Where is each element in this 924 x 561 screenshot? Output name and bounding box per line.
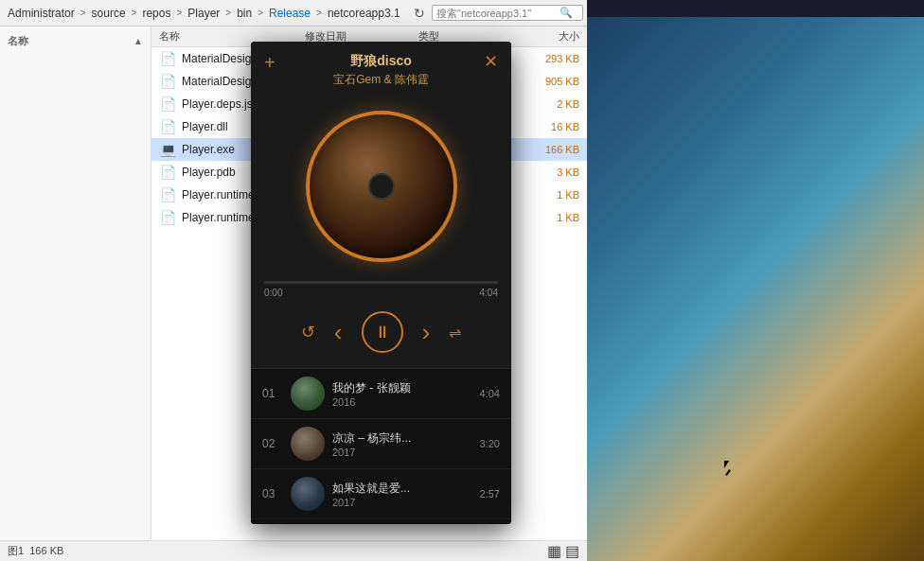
search-box: 🔍 <box>432 5 583 21</box>
sidebar-header: 名称 ▲ <box>0 30 151 50</box>
view-icon-list[interactable]: ▤ <box>565 542 579 560</box>
play-pause-button[interactable]: ⏸ <box>362 311 403 353</box>
file-type-icon: 📄 <box>159 164 176 181</box>
playlist-info: 如果这就是爱... 2017 <box>332 481 474 508</box>
status-bar: 图1 166 KB ▦ ▤ <box>0 540 587 561</box>
file-size: 166 KB <box>513 144 579 155</box>
file-size: 3 KB <box>513 167 579 178</box>
file-size: 1 KB <box>519 189 579 201</box>
file-type-icon: 📄 <box>159 96 176 113</box>
search-input[interactable] <box>436 8 560 19</box>
playlist-num: 01 <box>262 387 283 400</box>
playlist-num: 03 <box>262 487 283 500</box>
playlist-container: 01 我的梦 - 张靓颖 2016 4:04 02 凉凉 – 杨宗纬... 20… <box>251 369 511 519</box>
sep-6: > <box>316 8 322 18</box>
music-player: + 野狼disco 宝石Gem & 陈伟霆 ✕ 0:00 4:04 ↺ ‹ ⏸ … <box>251 42 511 524</box>
file-type-icon: 📄 <box>159 186 176 203</box>
header-size[interactable]: 大小 <box>513 29 579 44</box>
album-art-container <box>251 96 511 281</box>
file-type-icon: 📄 <box>159 118 176 135</box>
sep-1: > <box>80 8 86 18</box>
playlist-year: 2017 <box>332 447 474 458</box>
file-size: 16 KB <box>513 121 579 132</box>
progress-bar-background[interactable] <box>264 281 498 284</box>
playlist-thumb <box>291 427 325 461</box>
player-add-button[interactable]: + <box>264 53 275 72</box>
file-size: 2 KB <box>513 98 579 110</box>
playlist-year: 2016 <box>332 396 474 408</box>
playlist-duration: 4:04 <box>480 388 500 399</box>
player-close-button[interactable]: ✕ <box>484 53 498 70</box>
search-icon[interactable]: 🔍 <box>560 7 573 19</box>
file-size: 293 KB <box>513 53 579 64</box>
status-bar-right: ▦ ▤ <box>547 542 579 560</box>
playlist-song: 如果这就是爱... <box>332 481 474 497</box>
sep-5: > <box>258 8 263 18</box>
breadcrumb-admin[interactable]: Administrator <box>4 5 79 22</box>
playlist: 01 我的梦 - 张靓颖 2016 4:04 02 凉凉 – 杨宗纬... 20… <box>251 368 511 524</box>
sidebar: 名称 ▲ <box>0 26 151 540</box>
playlist-thumb <box>291 377 325 411</box>
breadcrumb-source[interactable]: source <box>88 5 130 22</box>
file-size: 1 KB <box>514 212 579 223</box>
breadcrumb-repos[interactable]: repos <box>138 5 174 22</box>
playlist-song: 凉凉 – 杨宗纬... <box>332 430 474 447</box>
playlist-duration: 3:20 <box>480 438 500 449</box>
shuffle-button[interactable]: ⇌ <box>449 324 461 342</box>
file-type-icon: 💻 <box>159 141 176 158</box>
file-size: 905 KB <box>521 76 579 87</box>
breadcrumb-bin[interactable]: bin <box>233 5 256 22</box>
player-header: + 野狼disco 宝石Gem & 陈伟霆 ✕ <box>251 42 511 96</box>
playlist-scrollbar[interactable]: 01 我的梦 - 张靓颖 2016 4:04 02 凉凉 – 杨宗纬... 20… <box>251 369 511 524</box>
playlist-item[interactable]: 01 我的梦 - 张靓颖 2016 4:04 <box>251 369 511 419</box>
collapse-arrow-icon[interactable]: ▲ <box>133 36 143 46</box>
breadcrumb-netcoreapp[interactable]: netcoreapp3.1 <box>324 5 404 22</box>
playlist-info: 凉凉 – 杨宗纬... 2017 <box>332 430 474 458</box>
repeat-button[interactable]: ↺ <box>301 322 315 342</box>
prev-button[interactable]: ‹ <box>334 320 343 344</box>
album-art <box>306 111 457 262</box>
playlist-item[interactable]: 03 如果这就是爱... 2017 2:57 <box>251 469 511 519</box>
player-title: 野狼disco <box>350 53 412 70</box>
playlist-thumb <box>291 477 325 511</box>
wallpaper-background <box>555 17 924 561</box>
view-icon-grid[interactable]: ▦ <box>547 542 561 560</box>
next-button[interactable]: › <box>422 320 431 344</box>
progress-start: 0:00 <box>264 288 282 298</box>
breadcrumb-player[interactable]: Player <box>184 5 223 22</box>
progress-end: 4:04 <box>480 288 498 298</box>
player-controls: ↺ ‹ ⏸ › ⇌ <box>251 298 511 368</box>
status-text: 图1 166 KB <box>8 544 63 558</box>
file-type-icon: 📄 <box>159 50 176 67</box>
sep-4: > <box>225 8 231 18</box>
playlist-num: 02 <box>262 437 283 450</box>
playlist-info: 我的梦 - 张靓颖 2016 <box>332 380 474 408</box>
address-bar: Administrator > source > repos > Player … <box>0 0 587 26</box>
sep-3: > <box>176 8 182 18</box>
player-artist: 宝石Gem & 陈伟霆 <box>333 72 429 88</box>
progress-area: 0:00 4:04 <box>251 281 511 298</box>
refresh-button[interactable]: ↻ <box>411 6 428 21</box>
file-type-icon: 📄 <box>159 73 176 90</box>
sidebar-name-label: 名称 <box>8 34 28 48</box>
playlist-song: 我的梦 - 张靓颖 <box>332 380 474 396</box>
file-type-icon: 📄 <box>159 209 176 226</box>
playlist-duration: 2:57 <box>480 488 500 500</box>
playlist-item[interactable]: 02 凉凉 – 杨宗纬... 2017 3:20 <box>251 419 511 469</box>
progress-times: 0:00 4:04 <box>264 288 498 298</box>
playlist-year: 2017 <box>332 497 474 508</box>
sep-2: > <box>132 8 137 18</box>
breadcrumb-release[interactable]: Release <box>265 5 314 22</box>
